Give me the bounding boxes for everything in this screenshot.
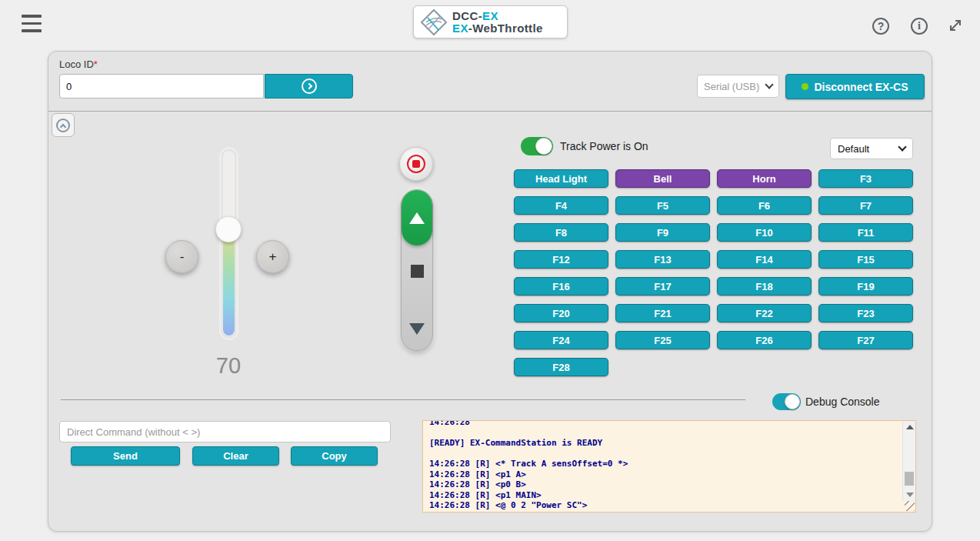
function-button-f6[interactable]: F6 [717, 196, 812, 215]
debug-console-toggle[interactable] [772, 393, 801, 410]
function-button-f19[interactable]: F19 [818, 277, 913, 296]
console-scrollbar[interactable] [902, 421, 915, 501]
scroll-down-icon[interactable] [906, 493, 914, 497]
required-mark: * [94, 58, 98, 70]
function-button-horn[interactable]: Horn [717, 169, 812, 188]
function-button-f20[interactable]: F20 [514, 304, 608, 322]
console-line [429, 449, 895, 459]
direction-forward-button[interactable] [402, 190, 432, 245]
speed-increase-button[interactable]: + [256, 240, 289, 273]
stop-record-icon [407, 155, 425, 173]
chevron-down-icon [898, 142, 906, 151]
console-line: 14:26:28 [R] <p1 MAIN> [429, 490, 895, 501]
speed-slider-knob[interactable] [215, 216, 242, 242]
toggle-knob [785, 394, 800, 409]
speed-decrease-button[interactable]: - [165, 240, 198, 273]
clear-button[interactable]: Clear [192, 446, 279, 466]
function-button-f4[interactable]: F4 [514, 196, 608, 215]
function-button-f26[interactable]: F26 [717, 331, 812, 349]
app-title: DCC-EX EX-WebThrottle [452, 10, 543, 35]
emergency-stop-button[interactable] [399, 147, 433, 181]
chevron-up-icon [56, 119, 70, 132]
function-button-f5[interactable]: F5 [615, 196, 710, 215]
function-button-f8[interactable]: F8 [514, 223, 608, 242]
console-line: 14:26:28 [R] <p0 B> [429, 479, 895, 490]
function-button-f12[interactable]: F12 [514, 250, 608, 269]
speed-value: 70 [190, 353, 267, 379]
function-button-f9[interactable]: F9 [615, 223, 710, 242]
menu-icon[interactable] [22, 15, 42, 33]
scroll-up-icon[interactable] [906, 425, 914, 429]
speed-slider-track[interactable] [222, 149, 236, 338]
track-power-label: Track Power is On [560, 140, 648, 152]
app-logo: DCC-EX EX-WebThrottle [413, 5, 568, 38]
throttle-panel: Loco ID* Serial (USB) Disconnect EX-CS -… [48, 51, 932, 532]
track-power-toggle[interactable] [521, 137, 553, 155]
triangle-up-icon [409, 212, 425, 224]
collapse-panel-button[interactable] [52, 113, 75, 137]
direction-stop-button[interactable] [411, 265, 424, 278]
function-button-f27[interactable]: F27 [818, 331, 913, 349]
direct-command-input[interactable] [59, 421, 391, 442]
connection-status-dot [802, 83, 808, 90]
fullscreen-icon[interactable] [946, 16, 965, 35]
function-button-f16[interactable]: F16 [514, 277, 608, 296]
acquire-loco-button[interactable] [265, 74, 353, 99]
speed-slider-fill [223, 235, 235, 336]
function-button-f22[interactable]: F22 [717, 304, 812, 322]
console-line: 14:26:28 [R] <p1 A> [429, 469, 895, 480]
function-button-f14[interactable]: F14 [717, 250, 812, 269]
console-line [429, 428, 895, 439]
function-button-f21[interactable]: F21 [615, 304, 710, 322]
dcc-ex-diamond-icon [420, 8, 448, 36]
console-line: [READY] EX-CommandStation is READY [429, 438, 895, 449]
function-button-f15[interactable]: F15 [818, 250, 913, 269]
console-line: 14:26:28 [R] <* Track A sensOffset=0 *> [429, 459, 895, 469]
console-line: 14:26:28 [429, 420, 895, 428]
send-button[interactable]: Send [71, 446, 180, 466]
go-arrow-icon [302, 78, 317, 94]
port-select[interactable]: Serial (USB) [697, 75, 779, 98]
scrollbar-thumb[interactable] [905, 472, 914, 486]
direction-reverse-button[interactable] [409, 323, 425, 335]
section-divider [61, 399, 745, 400]
function-button-f13[interactable]: F13 [615, 250, 710, 269]
function-button-f25[interactable]: F25 [615, 331, 710, 349]
function-button-f24[interactable]: F24 [514, 331, 608, 349]
function-button-f3[interactable]: F3 [818, 169, 913, 188]
console-output[interactable]: 14:26:28 [READY] EX-CommandStation is RE… [422, 420, 916, 513]
function-button-head-light[interactable]: Head Light [514, 169, 608, 188]
disconnect-button[interactable]: Disconnect EX-CS [785, 74, 925, 99]
section-divider [48, 111, 932, 112]
loco-id-input[interactable] [59, 74, 264, 99]
toggle-knob [535, 138, 552, 155]
help-icon[interactable]: ? [872, 18, 889, 35]
function-button-f11[interactable]: F11 [818, 223, 913, 242]
function-button-f18[interactable]: F18 [717, 277, 812, 296]
function-button-f7[interactable]: F7 [818, 196, 913, 215]
direction-control [401, 189, 433, 351]
copy-button[interactable]: Copy [291, 446, 378, 466]
function-button-f28[interactable]: F28 [514, 358, 608, 376]
function-grid: Head LightBellHornF3F4F5F6F7F8F9F10F11F1… [514, 169, 914, 376]
function-button-f10[interactable]: F10 [717, 223, 812, 242]
function-button-bell[interactable]: Bell [615, 169, 710, 188]
console-line: 14:26:28 [R] <@ 0 2 "Power SC"> [429, 500, 895, 511]
info-icon[interactable]: i [911, 18, 928, 35]
resize-grip-icon[interactable] [905, 501, 915, 511]
chevron-down-icon [765, 80, 773, 88]
console-log: 14:26:28 [READY] EX-CommandStation is RE… [423, 420, 902, 512]
debug-console-label: Debug Console [805, 396, 880, 408]
function-button-f17[interactable]: F17 [615, 277, 710, 296]
function-button-f23[interactable]: F23 [818, 304, 913, 322]
preset-select[interactable]: Default [830, 138, 913, 159]
loco-id-label: Loco ID* [59, 58, 98, 70]
